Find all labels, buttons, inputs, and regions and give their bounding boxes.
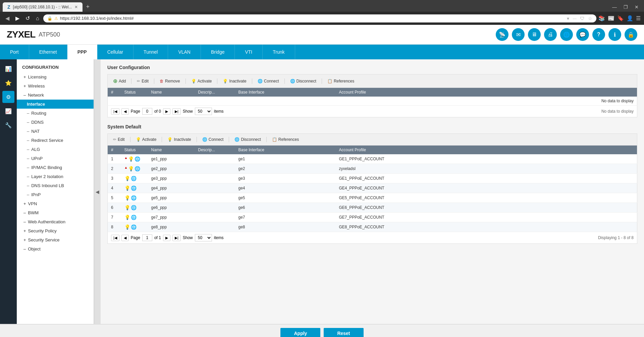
star-icon[interactable]: ☆ bbox=[588, 16, 592, 21]
sys-connect-button[interactable]: 🌐 Connect bbox=[200, 136, 226, 143]
account-icon[interactable]: 👤 bbox=[627, 15, 633, 21]
browser-tab-active[interactable]: Z [atp500] (192.168.10.1) - :: Wel... ✕ bbox=[3, 2, 83, 12]
address-bar[interactable]: 🔒 ⚠ https://192.168.10.1/ext-js/index.ht… bbox=[43, 14, 596, 22]
maximize-button[interactable]: ❐ bbox=[621, 4, 631, 10]
tab-close-button[interactable]: ✕ bbox=[74, 5, 78, 9]
tab-port[interactable]: Port bbox=[0, 45, 29, 59]
add-button[interactable]: ⊕ Add bbox=[110, 76, 128, 86]
sidebar-item-network[interactable]: – Network bbox=[17, 91, 94, 100]
menu-icon[interactable]: ☰ bbox=[636, 15, 641, 21]
sidebar-item-bwm[interactable]: – BWM bbox=[17, 208, 94, 217]
sidebar-item-upnp[interactable]: – UPnP bbox=[17, 154, 94, 163]
message-icon-btn[interactable]: ✉ bbox=[512, 28, 525, 41]
table-row[interactable]: 3 💡🌐 ge3_ppp ge3 GE1_PPPoE_ACCOUNT bbox=[108, 174, 637, 183]
tab-ppp[interactable]: PPP bbox=[67, 45, 97, 59]
sys-inactivate-button[interactable]: 💡 Inactivate bbox=[165, 136, 194, 143]
sys-page-input[interactable] bbox=[142, 234, 152, 241]
table-row[interactable]: 5 💡🌐 ge5_ppp ge5 GE5_PPPoE_ACCOUNT bbox=[108, 193, 637, 203]
reader-icon[interactable]: 📰 bbox=[608, 15, 614, 21]
inactivate-button[interactable]: 💡 Inactivate bbox=[220, 77, 249, 85]
tab-bridge[interactable]: Bridge bbox=[201, 45, 235, 59]
minimize-button[interactable]: — bbox=[609, 4, 620, 10]
sidebar-icon-tools[interactable]: 🔧 bbox=[2, 119, 14, 131]
sidebar-item-dns-lb[interactable]: – DNS Inbound LB bbox=[17, 181, 94, 190]
sidebar-item-vpn[interactable]: + VPN bbox=[17, 199, 94, 208]
next-page-button[interactable]: ▶ bbox=[163, 108, 170, 115]
tab-tunnel[interactable]: Tunnel bbox=[133, 45, 168, 59]
sys-prev-page-button[interactable]: ◀ bbox=[121, 235, 129, 241]
bookmarks-icon[interactable]: 📚 bbox=[598, 15, 605, 21]
sidebar-item-object[interactable]: – Object bbox=[17, 244, 94, 254]
sidebar-item-redirect[interactable]: – Redirect Service bbox=[17, 136, 94, 145]
sidebar-item-nat[interactable]: – NAT bbox=[17, 127, 94, 136]
last-page-button[interactable]: ▶| bbox=[172, 108, 181, 115]
back-button[interactable]: ◀ bbox=[3, 14, 11, 23]
table-row[interactable]: 1 ▲💡🌐 ge1_ppp ge1 GE1_PPPoE_ACCOUNT bbox=[108, 154, 637, 164]
dashboard-icon-btn[interactable]: 📡 bbox=[496, 28, 508, 41]
info-icon-btn[interactable]: ℹ bbox=[608, 28, 621, 41]
table-row[interactable]: 4 💡🌐 ge4_ppp ge4 GE4_PPPoE_ACCOUNT bbox=[108, 183, 637, 193]
sidebar-item-interface[interactable]: Interface bbox=[17, 100, 94, 109]
sidebar-icon-dashboard[interactable]: 📈 bbox=[2, 105, 14, 117]
table-row[interactable]: 6 💡🌐 ge6_ppp ge6 GE6_PPPoE_ACCOUNT bbox=[108, 203, 637, 213]
forward-button[interactable]: ▶ bbox=[13, 14, 21, 23]
network-icon-btn[interactable]: 🌐 bbox=[560, 28, 573, 41]
references-button[interactable]: 📋 References bbox=[325, 77, 357, 85]
remove-button[interactable]: 🗑 Remove bbox=[157, 77, 183, 85]
sidebar-item-alg[interactable]: – ALG bbox=[17, 145, 94, 154]
table-row[interactable]: 7 💡🌐 ge7_ppp ge7 GE7_PPPoE_ACCOUNT bbox=[108, 213, 637, 222]
dropdown-arrow[interactable]: ▾ bbox=[567, 16, 569, 21]
items-per-page-select[interactable]: 50 100 200 bbox=[195, 108, 212, 115]
new-tab-button[interactable]: + bbox=[83, 2, 93, 12]
page-input[interactable] bbox=[142, 108, 152, 115]
sidebar-icon-config[interactable]: ⚙ bbox=[2, 91, 14, 103]
monitor-icon-btn[interactable]: 🖥 bbox=[528, 28, 541, 41]
sys-edit-button[interactable]: ✏ Edit bbox=[110, 136, 127, 143]
sidebar-item-secsvc[interactable]: + Security Service bbox=[17, 235, 94, 244]
sidebar-item-webauth[interactable]: – Web Authentication bbox=[17, 217, 94, 226]
connect-button[interactable]: 🌐 Connect bbox=[255, 77, 282, 85]
sys-first-page-button[interactable]: |◀ bbox=[111, 235, 119, 241]
close-button[interactable]: ✕ bbox=[632, 4, 641, 10]
prev-page-button[interactable]: ◀ bbox=[121, 108, 129, 115]
sidebar-item-ipnp[interactable]: – IPnP bbox=[17, 190, 94, 199]
sidebar-collapse-panel[interactable]: ◀ bbox=[94, 59, 101, 324]
more-options[interactable]: ··· bbox=[573, 16, 577, 21]
edit-button[interactable]: ✏ Edit bbox=[134, 77, 151, 85]
table-row[interactable]: 2 ▲💡🌐 ge2_ppp ge2 zyxeladsl bbox=[108, 164, 637, 174]
tab-cellular[interactable]: Cellular bbox=[97, 45, 133, 59]
printer-icon-btn[interactable]: 🖨 bbox=[544, 28, 557, 41]
bookmark-flag-icon[interactable]: 🔖 bbox=[617, 15, 624, 21]
sys-references-button[interactable]: 📋 References bbox=[269, 136, 302, 143]
sidebar-item-ipmac[interactable]: – IP/MAC Binding bbox=[17, 163, 94, 172]
reset-button[interactable]: Reset bbox=[324, 328, 363, 337]
activate-button[interactable]: 💡 Activate bbox=[189, 77, 215, 85]
sidebar-item-ddns[interactable]: – DDNS bbox=[17, 118, 94, 127]
sys-last-page-button[interactable]: ▶| bbox=[172, 235, 181, 241]
tab-trunk[interactable]: Trunk bbox=[263, 45, 295, 59]
logout-icon-btn[interactable]: 🔒 bbox=[625, 28, 637, 41]
apply-button[interactable]: Apply bbox=[280, 328, 320, 337]
sidebar-item-secpol[interactable]: + Security Policy bbox=[17, 226, 94, 235]
sys-activate-button[interactable]: 💡 Activate bbox=[133, 136, 159, 143]
sidebar-item-wireless[interactable]: + Wireless bbox=[17, 81, 94, 91]
sidebar-item-l2iso[interactable]: – Layer 2 Isolation bbox=[17, 172, 94, 181]
sidebar-item-routing[interactable]: – Routing bbox=[17, 109, 94, 118]
sys-items-per-page-select[interactable]: 50 100 200 bbox=[195, 234, 212, 241]
reload-button[interactable]: ↺ bbox=[23, 14, 32, 23]
sys-disconnect-button[interactable]: 🌐 Disconnect bbox=[232, 136, 263, 143]
sys-next-page-button[interactable]: ▶ bbox=[163, 235, 170, 241]
disconnect-button[interactable]: 🌐 Disconnect bbox=[287, 77, 319, 85]
tab-vti[interactable]: VTI bbox=[235, 45, 263, 59]
help-icon-btn[interactable]: ? bbox=[592, 28, 605, 41]
table-row[interactable]: 8 💡🌐 ge8_ppp ge8 GE8_PPPoE_ACCOUNT bbox=[108, 222, 637, 232]
sidebar-icon-wizard[interactable]: ⭐ bbox=[2, 77, 14, 89]
tab-vlan[interactable]: VLAN bbox=[168, 45, 201, 59]
chat-icon-btn[interactable]: 💬 bbox=[576, 28, 589, 41]
no-data-text: No data to display bbox=[108, 97, 637, 106]
sidebar-icon-monitor[interactable]: 📊 bbox=[2, 63, 14, 75]
home-button[interactable]: ⌂ bbox=[34, 14, 41, 23]
sidebar-item-licensing[interactable]: + Licensing bbox=[17, 72, 94, 81]
first-page-button[interactable]: |◀ bbox=[111, 108, 119, 115]
tab-ethernet[interactable]: Ethernet bbox=[29, 45, 67, 59]
